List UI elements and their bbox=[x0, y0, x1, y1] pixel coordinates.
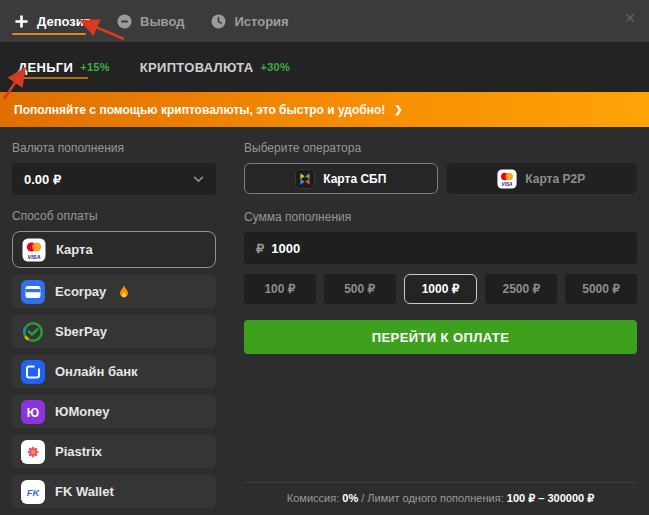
method-piastrix[interactable]: Piastrix bbox=[12, 435, 216, 468]
currency-select[interactable]: 0.00 ₽ bbox=[12, 163, 216, 195]
operator-label: Выберите оператора bbox=[244, 141, 637, 155]
modal-header: Депозит Вывод История ✕ bbox=[0, 0, 649, 42]
method-ecorpay-label: Ecorpay bbox=[55, 284, 106, 299]
piastrix-icon bbox=[21, 440, 45, 464]
currency-select-value: 0.00 ₽ bbox=[24, 172, 61, 187]
commission-value: 0% bbox=[342, 492, 358, 504]
svg-text:VISA: VISA bbox=[27, 253, 40, 259]
tab-crypto[interactable]: КРИПТОВАЛЮТА +30% bbox=[140, 60, 290, 75]
proceed-to-payment-button[interactable]: ПЕРЕЙТИ К ОПЛАТЕ bbox=[244, 320, 637, 354]
ruble-sign: ₽ bbox=[256, 241, 264, 256]
bank-card-icon: VISA bbox=[497, 169, 517, 189]
operator-p2p-label: Карта P2P bbox=[525, 172, 585, 186]
banner-text: Пополняйте с помощью криптовалюты, это б… bbox=[14, 103, 385, 117]
header-tab-deposit-label: Депозит bbox=[37, 14, 90, 29]
operator-sbp-label: Карта СБП bbox=[323, 172, 386, 186]
yoomoney-icon: Ю bbox=[21, 400, 45, 424]
operator-buttons: Карта СБП VISA Карта P2P bbox=[244, 163, 637, 194]
method-online-bank[interactable]: Онлайн банк bbox=[12, 355, 216, 388]
tab-crypto-bonus-badge: +30% bbox=[260, 61, 290, 73]
footer-divider: / bbox=[361, 492, 364, 504]
quick-amount-500[interactable]: 500 ₽ bbox=[324, 274, 396, 304]
method-online-bank-label: Онлайн банк bbox=[55, 364, 138, 379]
quick-amount-100[interactable]: 100 ₽ bbox=[244, 274, 316, 304]
flame-icon bbox=[118, 285, 130, 299]
sberpay-icon bbox=[21, 320, 45, 344]
crypto-promo-banner[interactable]: Пополняйте с помощью криптовалюты, это б… bbox=[0, 92, 649, 127]
commission-label: Комиссия: bbox=[287, 492, 339, 504]
chevron-down-icon bbox=[193, 176, 204, 183]
active-tab-underline bbox=[18, 77, 88, 79]
method-sberpay-label: SberPay bbox=[55, 324, 107, 339]
method-fk-wallet-label: FK Wallet bbox=[55, 484, 114, 499]
active-header-tab-underline bbox=[12, 33, 86, 35]
operator-p2p-card[interactable]: VISA Карта P2P bbox=[446, 163, 638, 194]
header-tab-withdraw[interactable]: Вывод bbox=[117, 14, 184, 29]
plus-icon bbox=[14, 14, 29, 29]
amount-value: 1000 bbox=[271, 241, 300, 256]
limits-footer: Комиссия: 0% / Лимит одного пополнения: … bbox=[244, 482, 637, 515]
method-label: Способ оплаты bbox=[12, 209, 216, 223]
svg-text:FK: FK bbox=[27, 487, 41, 498]
method-card-label: Карта bbox=[56, 242, 93, 257]
header-tab-history[interactable]: История bbox=[211, 14, 288, 29]
method-yoomoney-label: ЮMoney bbox=[55, 404, 110, 419]
currency-label: Валюта пополнения bbox=[12, 141, 216, 155]
tab-money-label: ДЕНЬГИ bbox=[18, 60, 73, 75]
tab-money-bonus-badge: +15% bbox=[80, 61, 110, 73]
amount-panel: Выберите оператора Карта СБП VISA Карта … bbox=[244, 141, 637, 515]
amount-label: Сумма пополнения bbox=[244, 210, 637, 224]
method-ecorpay[interactable]: Ecorpay bbox=[12, 275, 216, 308]
fk-wallet-icon: FK bbox=[21, 480, 45, 504]
history-clock-icon bbox=[211, 14, 226, 29]
bank-card-icon: VISA bbox=[22, 238, 46, 262]
sbp-icon bbox=[295, 169, 315, 189]
deposit-form: Валюта пополнения 0.00 ₽ Способ оплаты V… bbox=[0, 127, 649, 515]
tab-money[interactable]: ДЕНЬГИ +15% bbox=[18, 60, 110, 75]
chevron-right-icon: ❯ bbox=[394, 104, 402, 115]
limit-value: 100 ₽ – 300000 ₽ bbox=[507, 492, 594, 504]
method-fk-wallet[interactable]: FK FK Wallet bbox=[12, 475, 216, 508]
method-piastrix-label: Piastrix bbox=[55, 444, 102, 459]
quick-amount-5000[interactable]: 5000 ₽ bbox=[565, 274, 637, 304]
method-yoomoney[interactable]: Ю ЮMoney bbox=[12, 395, 216, 428]
svg-text:VISA: VISA bbox=[502, 182, 514, 187]
minus-circle-icon bbox=[117, 14, 132, 29]
online-bank-icon bbox=[21, 360, 45, 384]
quick-amount-1000[interactable]: 1000 ₽ bbox=[404, 274, 478, 304]
amount-input[interactable]: ₽ 1000 bbox=[244, 232, 637, 264]
method-card[interactable]: VISA Карта bbox=[12, 231, 216, 268]
method-sberpay[interactable]: SberPay bbox=[12, 315, 216, 348]
quick-amount-2500[interactable]: 2500 ₽ bbox=[485, 274, 557, 304]
header-tab-deposit[interactable]: Депозит bbox=[14, 14, 90, 29]
header-tab-withdraw-label: Вывод bbox=[140, 14, 184, 29]
close-icon[interactable]: ✕ bbox=[624, 11, 636, 25]
ecorpay-icon bbox=[21, 280, 45, 304]
payment-methods-panel: Валюта пополнения 0.00 ₽ Способ оплаты V… bbox=[12, 141, 216, 515]
deposit-type-tabs: ДЕНЬГИ +15% КРИПТОВАЛЮТА +30% bbox=[0, 42, 649, 92]
tab-crypto-label: КРИПТОВАЛЮТА bbox=[140, 60, 254, 75]
limit-label: Лимит одного пополнения: bbox=[367, 492, 503, 504]
svg-text:Ю: Ю bbox=[27, 405, 39, 419]
quick-amount-buttons: 100 ₽ 500 ₽ 1000 ₽ 2500 ₽ 5000 ₽ bbox=[244, 274, 637, 304]
operator-sbp-card[interactable]: Карта СБП bbox=[244, 163, 438, 194]
header-tab-history-label: История bbox=[234, 14, 288, 29]
